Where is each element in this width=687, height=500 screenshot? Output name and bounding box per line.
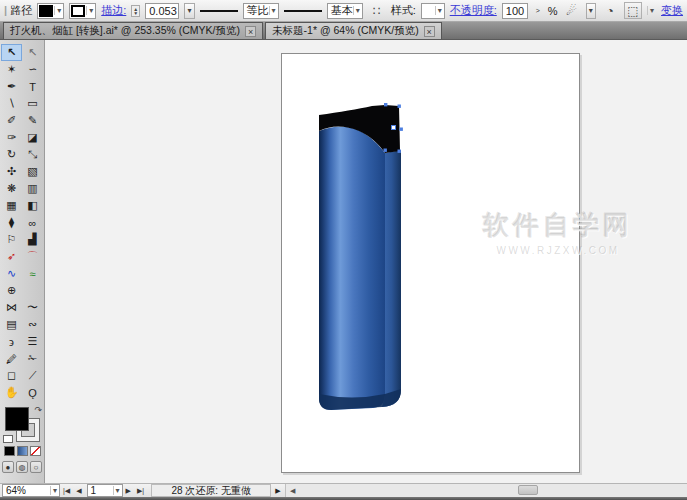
blank-slot[interactable] (22, 282, 43, 299)
magic-wand-tool-icon[interactable]: ✶ (1, 61, 22, 78)
fill-color-picker[interactable]: ▾ (37, 3, 64, 19)
paint-none-button[interactable] (30, 446, 41, 456)
stroke-color-picker[interactable]: ▾ (69, 3, 96, 19)
graphic-style-select[interactable]: ▾ (421, 3, 445, 19)
gradient-tool-icon[interactable]: ◧ (22, 197, 43, 214)
fill-stroke-control[interactable]: ↷ (5, 407, 39, 441)
blob-brush-tool-icon[interactable]: ✑ (1, 129, 22, 146)
stroke-weight-dropdown[interactable]: ▾ (184, 3, 194, 19)
fill-dropdown-arrow-icon[interactable]: ▾ (54, 6, 63, 15)
blend-tool-icon[interactable]: ∞ (22, 214, 43, 231)
status-flyout-icon[interactable]: ▶ (271, 487, 284, 495)
stroke-weight-stepper[interactable]: ▲ ▼ (131, 5, 140, 17)
zoom-dropdown-arrow-icon[interactable]: ▾ (50, 486, 59, 495)
eyedropper-ruler-right-tool-icon[interactable]: ✁ (22, 350, 43, 367)
banner-warp-tool-icon[interactable]: 〜 (22, 299, 43, 316)
artboard[interactable] (281, 53, 580, 473)
blue-zigzag-tool-icon[interactable]: ∿ (1, 265, 22, 282)
tab-untitled-document[interactable]: 未标题-1* @ 64% (CMYK/预览) × (265, 22, 442, 39)
direct-selection-tool-icon[interactable]: ↖ (22, 44, 43, 61)
transform-link[interactable]: 变换 (661, 3, 683, 18)
select-similar-icon[interactable]: ⬚ (624, 2, 642, 19)
paintbrush-tool-icon[interactable]: ✐ (1, 112, 22, 129)
horizontal-scrollbar[interactable]: ◀ (285, 484, 687, 497)
line-segment-tool-icon[interactable]: ∖ (1, 95, 22, 112)
lasso-tool-icon[interactable]: ∽ (22, 61, 43, 78)
graph-tool-icon[interactable]: ▟ (22, 231, 43, 248)
stroke-color-swatch[interactable] (71, 5, 85, 17)
symbol-sprayer-tool-icon[interactable]: ❋ (1, 180, 22, 197)
red-pen-tool-icon[interactable]: ➶ (1, 248, 22, 265)
eyedropper-ruler-left-tool-icon[interactable]: 🖉 (1, 350, 22, 367)
paint-gradient-button[interactable] (17, 446, 28, 456)
stroke-dropdown-arrow-icon[interactable]: ▾ (86, 6, 95, 15)
stepper-down-icon[interactable]: ▼ (133, 11, 138, 15)
mesh-tool-icon[interactable]: ▦ (1, 197, 22, 214)
spiral-warp-tool-icon[interactable]: ∾ (22, 316, 43, 333)
target-tool-icon[interactable]: ⊕ (1, 282, 22, 299)
scribble-tool-icon[interactable]: ϶ (1, 333, 22, 350)
paint-color-button[interactable] (4, 446, 15, 456)
eraser-tool-icon[interactable]: ◪ (22, 129, 43, 146)
lighter-body[interactable] (319, 127, 385, 411)
lines-tool-icon[interactable]: ☰ (22, 333, 43, 350)
live-paint-tool-icon[interactable]: ⚐ (1, 231, 22, 248)
stroke-weight-input[interactable]: 0.053 (145, 3, 179, 19)
first-artboard-button[interactable]: |◀ (60, 484, 73, 497)
tab-close-icon[interactable]: × (424, 26, 435, 37)
hand-tool-icon[interactable]: ✋ (1, 384, 22, 401)
type-tool-icon[interactable]: T (22, 78, 43, 95)
brush-select[interactable]: 基本 ▾ (327, 3, 363, 19)
tab-lighter-document[interactable]: 打火机、烟缸 [转换].ai* @ 253.35% (CMYK/预览) × (3, 22, 263, 39)
last-artboard-button[interactable]: ▶| (134, 484, 147, 497)
lighter-drawing[interactable] (282, 54, 581, 474)
pen-tool-icon[interactable]: ✒ (1, 78, 22, 95)
selection-tool-icon[interactable]: ↖ (1, 44, 22, 61)
prev-artboard-button[interactable]: ◀ (73, 484, 84, 497)
fill-color-swatch[interactable] (39, 5, 53, 17)
opacity-link[interactable]: 不透明度: (450, 3, 497, 18)
opacity-step-button[interactable]: > (533, 4, 543, 17)
stroke-panel-link[interactable]: 描边: (101, 3, 126, 18)
recolor-artwork-icon[interactable]: ◔ (601, 2, 619, 19)
red-curve-tool-icon[interactable]: ⌒ (22, 248, 43, 265)
isolate-selected-icon[interactable]: ☄ (563, 2, 581, 19)
opacity-input[interactable]: 100 (502, 3, 528, 19)
artboard-tool-icon[interactable]: ◻ (1, 367, 22, 384)
screen-mode-normal-icon[interactable]: ● (2, 461, 14, 473)
warp-tool-icon[interactable]: ✣ (1, 163, 22, 180)
width-profile-arrow-icon[interactable]: ▾ (269, 6, 278, 15)
eyedropper-tool-icon[interactable]: ⧫ (1, 214, 22, 231)
screen-mode-full-icon[interactable]: ◍ (16, 461, 28, 473)
free-transform-tool-icon[interactable]: ▧ (22, 163, 43, 180)
rotate-tool-icon[interactable]: ↻ (1, 146, 22, 163)
brush-arrow-icon[interactable]: ▾ (353, 6, 362, 15)
next-artboard-button[interactable]: ▶ (123, 484, 134, 497)
slice-tool-icon[interactable]: ⟋ (22, 367, 43, 384)
zoom-level-select[interactable]: 64% ▾ (2, 484, 60, 497)
artboard-number-select[interactable]: 1 ▾ (87, 484, 123, 497)
tab-close-icon[interactable]: × (245, 26, 256, 37)
graphic-style-arrow-icon[interactable]: ▾ (435, 6, 444, 15)
swap-fill-stroke-icon[interactable]: ↷ (34, 405, 42, 415)
color-waves-tool-icon[interactable]: ≈ (22, 265, 43, 282)
rectangle-tool-icon[interactable]: ▭ (22, 95, 43, 112)
envelope-tool-icon[interactable]: ⋈ (1, 299, 22, 316)
perspective-grid-tool-icon[interactable]: ▤ (1, 316, 22, 333)
fill-box[interactable] (5, 407, 29, 431)
style-dots-icon[interactable]: ∷ (368, 2, 386, 19)
screen-mode-presentation-icon[interactable]: ○ (30, 461, 42, 473)
default-fill-stroke-icon[interactable] (3, 435, 13, 443)
main-area: ↖↖✶∽✒T∖▭✐✎✑◪↻⤡✣▧❋▥▦◧⧫∞⚐▟➶⌒∿≈⊕⋈〜▤∾϶☰🖉✁◻⟋✋… (0, 40, 687, 483)
width-profile-select[interactable]: 等比 ▾ (243, 3, 279, 19)
select-similar-arrow-icon[interactable]: ▾ (647, 6, 656, 15)
pencil-tool-icon[interactable]: ✎ (22, 112, 43, 129)
scroll-left-icon[interactable]: ◀ (286, 487, 300, 495)
zoom-tool-icon[interactable]: Ǫ (22, 384, 43, 401)
scale-tool-icon[interactable]: ⤡ (22, 146, 43, 163)
scrollbar-thumb[interactable] (518, 485, 538, 495)
artboard-dropdown-arrow-icon[interactable]: ▾ (113, 486, 122, 495)
isolate-dropdown[interactable]: ▾ (586, 3, 596, 19)
column-graph-tool-icon[interactable]: ▥ (22, 180, 43, 197)
canvas[interactable]: 软件自学网 WWW.RJZXW.COM (45, 40, 687, 483)
